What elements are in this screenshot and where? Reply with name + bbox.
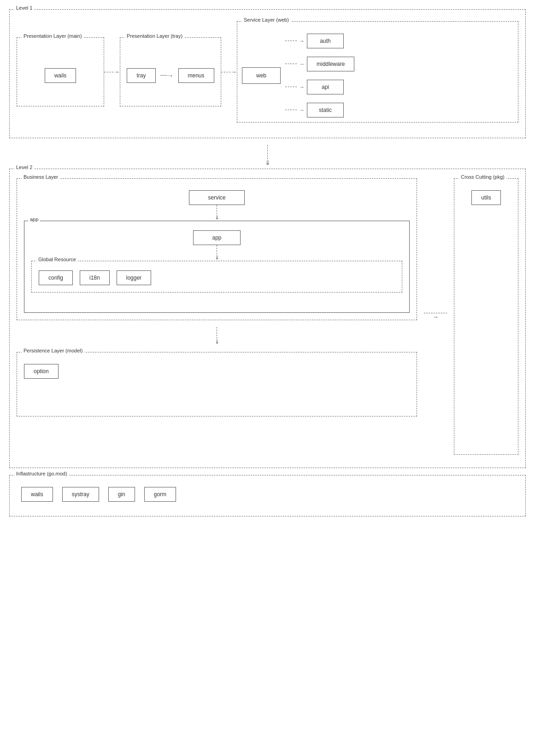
persistence-layer-box: Persistence Layer (model) option — [17, 352, 417, 416]
v-conn-app: ⇓ — [31, 245, 402, 261]
service-module: service — [189, 190, 244, 205]
static-row: → static — [285, 103, 344, 117]
menus-module: menus — [178, 68, 214, 83]
pres-tray-label: Presentation Layer (tray) — [125, 33, 184, 39]
infra-wails: wails — [21, 487, 53, 502]
business-layer-box: Business Layer service ⇓ app — [17, 178, 417, 320]
resource-modules: config i18n logger — [39, 270, 395, 285]
option-module: option — [24, 364, 59, 379]
level1-label: Level 1 — [14, 5, 34, 11]
level2-label: Level 2 — [14, 164, 34, 170]
static-module: static — [307, 103, 344, 117]
pres-main-box: Presentation Layer (main) wails — [17, 37, 104, 106]
config-module: config — [39, 270, 73, 285]
h-connector-area: → — [422, 178, 449, 455]
i18n-module: i18n — [80, 270, 110, 285]
v-conn-service: ⇓ — [24, 205, 410, 221]
pres-tray-box: Presentation Layer (tray) tray → menus — [120, 37, 221, 106]
service-center: service — [24, 190, 410, 205]
infra-label: Inflastructure (go.mod) — [14, 471, 69, 476]
persistence-layer-label: Persistence Layer (model) — [22, 348, 84, 353]
tray-module: tray — [127, 68, 155, 83]
web-area: web — [242, 67, 281, 84]
wails-module: wails — [45, 68, 76, 83]
web-module: web — [242, 67, 281, 84]
middleware-row: → middleware — [285, 57, 354, 71]
infra-gin: gin — [108, 487, 135, 502]
global-resource-label: Global Resource — [36, 257, 78, 262]
arrow-1: → — [104, 68, 120, 76]
v-conn-persistence: ⇓ — [17, 325, 417, 347]
infra-systray: systray — [62, 487, 99, 502]
level2-box: Level 2 Business Layer service ⇓ — [9, 169, 526, 468]
auth-row: → auth — [285, 34, 344, 48]
level1-box: Level 1 Presentation Layer (main) wails … — [9, 9, 526, 138]
app-module: app — [193, 230, 240, 245]
infra-box: Inflastructure (go.mod) wails systray gi… — [9, 475, 526, 516]
middleware-module: middleware — [307, 57, 354, 71]
service-layer-box: Service Layer (web) web → auth → mid — [237, 21, 518, 123]
left-area: Business Layer service ⇓ app — [17, 178, 417, 455]
utils-module: utils — [471, 190, 500, 205]
cross-cutting-box: Cross Cutting (pkg) utils — [454, 178, 518, 455]
auth-module: auth — [307, 34, 344, 48]
pres-main-label: Presentation Layer (main) — [22, 33, 84, 39]
diagram-container: Level 1 Presentation Layer (main) wails … — [9, 9, 526, 516]
api-module: api — [307, 80, 344, 94]
arrow-tray: → — [160, 72, 174, 79]
service-layer-label: Service Layer (web) — [242, 17, 291, 23]
global-resource-box: Global Resource config i18n logger — [31, 261, 402, 293]
v-connector-1: ⇓ — [9, 143, 526, 169]
app-center: app — [31, 230, 402, 245]
business-layer-label: Business Layer — [22, 174, 60, 180]
service-modules-area: → auth → middleware → api — [285, 34, 513, 117]
infra-gorm: gorm — [144, 487, 176, 502]
arrow-2: → — [221, 68, 237, 76]
logger-module: logger — [117, 270, 151, 285]
cross-cutting-label: Cross Cutting (pkg) — [459, 174, 506, 180]
infra-modules: wails systray gin gorm — [17, 485, 518, 504]
app-outer-label: app — [28, 217, 40, 222]
api-row: → api — [285, 80, 344, 94]
app-outer-box: app app ⇓ — [24, 221, 410, 313]
